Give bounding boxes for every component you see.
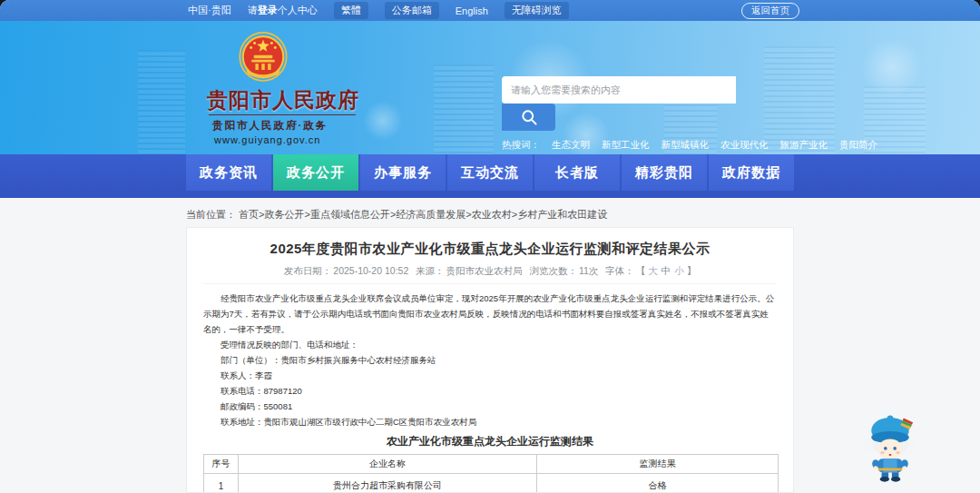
topbar: 中国·贵阳 请登录个人中心 繁體 公务邮箱 English 无障碍浏览 返回首页 [0, 0, 980, 21]
search-icon [520, 108, 538, 126]
cell-index: 1 [204, 474, 239, 493]
font-bracket-open: 【 [636, 265, 646, 276]
bokeh-decoration [862, 37, 922, 97]
search-button[interactable] [502, 104, 555, 131]
nav-item-interaction[interactable]: 互动交流 [447, 154, 533, 191]
font-bracket-close: 】 [687, 265, 697, 276]
font-size-label: 字体： [605, 265, 634, 276]
publish-date-value: 2025-10-20 10:52 [333, 265, 408, 276]
nav-item-wonderful-guiyang[interactable]: 精彩贵阳 [622, 154, 707, 191]
article-paragraph: 邮政编码：550081 [203, 399, 777, 414]
article-paragraph: 联系地址：贵阳市观山湖区市级行政中心二期C区贵阳市农业农村局 [203, 414, 777, 429]
site-title: 贵阳市人民政府 [207, 86, 379, 114]
hot-search-item[interactable]: 农业现代化 [720, 139, 769, 152]
site-header-banner: 贵阳市人民政府 贵阳市人民政府·政务 www.guiyang.gov.cn 热搜… [0, 21, 980, 154]
hot-search-item[interactable]: 新型城镇化 [662, 139, 710, 152]
site-url: www.guiyang.gov.cn [214, 134, 320, 145]
hot-search-label: 热搜词： [502, 139, 540, 152]
login-bold: 登录 [258, 5, 278, 15]
hot-search-item[interactable]: 新型工业化 [602, 139, 650, 152]
article-body: 经贵阳市农业产业化市级重点龙头企业联席会议成员单位审定，现对2025年开展的农业… [203, 291, 777, 429]
login-suffix: 个人中心 [278, 5, 318, 15]
mascot-icon [860, 409, 920, 485]
breadcrumb-path[interactable]: 首页>政务公开>重点领域信息公开>经济高质量发展>农业农村>乡村产业和农田建设 [239, 209, 607, 220]
national-emblem-logo [238, 32, 289, 86]
cell-company-name: 贵州合力超市采购有限公司 [238, 474, 536, 493]
font-size-medium[interactable]: 中 [662, 265, 671, 276]
table-caption: 农业产业化市级重点龙头企业运行监测结果 [203, 434, 777, 449]
views-value: 11次 [579, 265, 598, 276]
mascot-assistant[interactable] [860, 409, 920, 485]
source-label: 来源： [416, 265, 445, 276]
monitoring-result-table: 序号 企业名称 监测结果 1 贵州合力超市采购有限公司 合格 2 贵州友禾种业有… [203, 454, 779, 493]
cell-result: 合格 [537, 474, 779, 493]
header-index: 序号 [204, 455, 239, 474]
article-meta: 发布日期：2025-10-20 10:52 来源：贵阳市农业农村局 浏览次数：1… [203, 265, 777, 284]
publish-date-label: 发布日期： [284, 265, 332, 276]
article-paragraph: 受理情况反映的部门、电话和地址： [203, 337, 777, 352]
hot-search-row: 热搜词： 生态文明 新型工业化 新型城镇化 农业现代化 旅游产业化 贵阳简介 [502, 139, 792, 152]
article-paragraph: 联系电话：87987120 [203, 383, 777, 399]
nav-item-gov-data[interactable]: 政府数据 [709, 154, 794, 191]
topbar-links: 中国·贵阳 请登录个人中心 繁體 公务邮箱 English 无障碍浏览 [188, 2, 569, 19]
topbar-link-official-mail[interactable]: 公务邮箱 [385, 2, 439, 19]
font-size-small[interactable]: 小 [674, 265, 684, 276]
table-row: 1 贵州合力超市采购有限公司 合格 [204, 474, 779, 493]
nav-item-gov-disclosure[interactable]: 政务公开 [273, 154, 358, 191]
search-area: 热搜词： 生态文明 新型工业化 新型城镇化 农业现代化 旅游产业化 贵阳简介 [502, 76, 792, 152]
topbar-link-english[interactable]: English [456, 5, 488, 16]
nav-item-services[interactable]: 办事服务 [360, 154, 446, 191]
topbar-link-accessibility[interactable]: 无障碍浏览 [505, 2, 569, 19]
login-prefix: 请 [248, 5, 258, 15]
page-title: 2025年度贵阳市农业产业化市级重点龙头企业运行监测和评定结果公示 [203, 241, 777, 258]
page: 中国·贵阳 请登录个人中心 繁體 公务邮箱 English 无障碍浏览 返回首页 [0, 0, 980, 493]
views-label: 浏览次数： [529, 265, 577, 276]
cityscape-decoration [138, 50, 185, 154]
topbar-link-traditional[interactable]: 繁體 [334, 2, 368, 19]
breadcrumb: 当前位置： 首页>政务公开>重点领域信息公开>经济高质量发展>农业农村>乡村产业… [186, 208, 607, 222]
header-result: 监测结果 [537, 455, 779, 474]
source-value: 贵阳市农业农村局 [446, 265, 523, 276]
main-nav: 政务资讯 政务公开 办事服务 互动交流 长者版 精彩贵阳 政府数据 [0, 154, 980, 198]
hot-search-item[interactable]: 旅游产业化 [780, 139, 828, 152]
article-paragraph: 经贵阳市农业产业化市级重点龙头企业联席会议成员单位审定，现对2025年开展的农业… [203, 291, 777, 337]
topbar-login-link[interactable]: 请登录个人中心 [248, 4, 318, 17]
font-size-large[interactable]: 大 [648, 265, 658, 276]
article-paragraph: 联系人：李霞 [203, 368, 777, 383]
table-header-row: 序号 企业名称 监测结果 [204, 455, 779, 474]
nav-item-senior-version[interactable]: 长者版 [534, 154, 620, 191]
hot-search-item[interactable]: 贵阳简介 [839, 139, 877, 152]
article-paragraph: 部门（单位）：贵阳市乡村振兴服务中心农村经济服务站 [203, 352, 777, 368]
topbar-link-china-guiyang[interactable]: 中国·贵阳 [188, 4, 231, 17]
search-input[interactable] [502, 76, 736, 104]
site-subtitle: 贵阳市人民政府·政务 [212, 119, 328, 133]
main-nav-items: 政务资讯 政务公开 办事服务 互动交流 长者版 精彩贵阳 政府数据 [186, 154, 794, 191]
nav-item-news[interactable]: 政务资讯 [186, 154, 271, 191]
header-company-name: 企业名称 [238, 455, 536, 474]
hot-search-item[interactable]: 生态文明 [552, 139, 590, 152]
title-divider [209, 114, 356, 115]
return-home-button[interactable]: 返回首页 [741, 3, 799, 19]
breadcrumb-label: 当前位置： [186, 209, 236, 220]
cityscape-decoration [434, 64, 494, 154]
article-card: 2025年度贵阳市农业产业化市级重点龙头企业运行监测和评定结果公示 发布日期：2… [186, 227, 794, 493]
